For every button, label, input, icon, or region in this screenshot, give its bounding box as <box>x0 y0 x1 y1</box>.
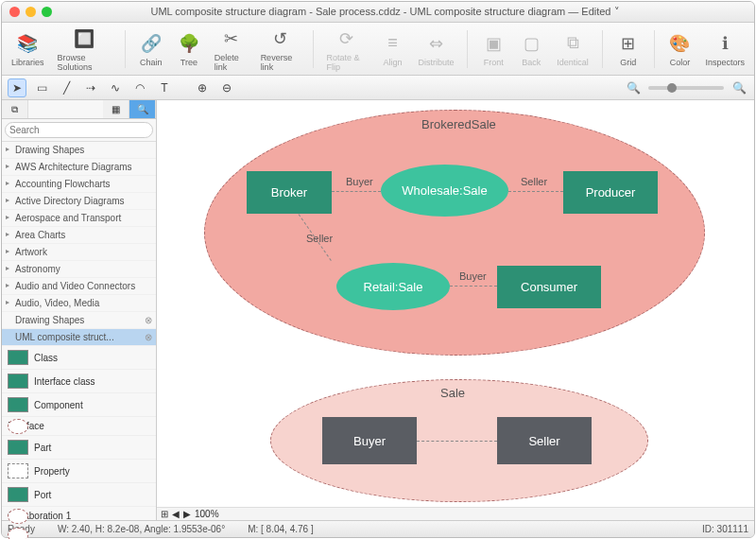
zoom-out-icon[interactable]: ⊖ <box>217 78 236 97</box>
toolbar-align: ≡Align <box>380 31 404 67</box>
node-retail[interactable]: Retail:Sale <box>336 263 450 310</box>
category-item[interactable]: Astronomy <box>2 261 156 278</box>
node-buyer[interactable]: Buyer <box>322 417 417 464</box>
toolbar-libraries[interactable]: 📚Libraries <box>11 31 44 67</box>
category-list: Drawing ShapesAWS Architecture DiagramsA… <box>2 142 156 312</box>
status-dims: W: 2.40, H: 8.2e-08, Angle: 1.9553e-06° <box>58 524 225 534</box>
sidebar: ⧉ ▦ 🔍 Drawing ShapesAWS Architecture Dia… <box>2 100 157 520</box>
zoom-slider[interactable] <box>648 86 724 90</box>
toolbar-delete-link[interactable]: ✂Delete link <box>215 26 248 72</box>
pointer-tool[interactable]: ➤ <box>8 78 26 97</box>
node-broker[interactable]: Broker <box>247 171 332 214</box>
tab-layers[interactable]: ⧉ <box>2 100 28 118</box>
tools-bar: ➤ ▭ ╱ ⇢ ∿ ◠ T ⊕ ⊖ 🔍 🔍 <box>2 76 754 100</box>
collaboration-brokeredsale[interactable] <box>204 110 705 356</box>
toolbar-inspectors[interactable]: ℹInspectors <box>705 31 745 67</box>
toolbar-identical: ⧉Identical <box>557 31 589 67</box>
node-consumer[interactable]: Consumer <box>497 266 601 308</box>
toolbar-tree[interactable]: 🌳Tree <box>177 31 201 67</box>
search-input[interactable] <box>5 122 153 138</box>
node-producer[interactable]: Producer <box>563 171 658 214</box>
zoom-value: 100% <box>195 509 219 519</box>
category-item[interactable]: Aerospace and Transport <box>2 210 156 227</box>
conn-buyer1: Buyer <box>346 176 373 187</box>
window-title: UML composite structure diagram - Sale p… <box>24 6 747 18</box>
category-item[interactable]: Artwork <box>2 244 156 261</box>
category-item[interactable]: Accounting Flowcharts <box>2 176 156 193</box>
canvas-area: BrokeredSale Broker Wholesale:Sale Produ… <box>157 100 754 520</box>
connector-tool[interactable]: ⇢ <box>81 78 100 97</box>
shape-item[interactable]: Part <box>2 436 156 460</box>
node-wholesale[interactable]: Wholesale:Sale <box>381 165 508 217</box>
main-toolbar: 📚Libraries🔲Browse Solutions🔗Chain🌳Tree✂D… <box>2 23 754 76</box>
category-item[interactable]: Active Directory Diagrams <box>2 193 156 210</box>
rect-tool[interactable]: ▭ <box>32 78 51 97</box>
curve-tool[interactable]: ∿ <box>106 78 125 97</box>
toolbar-chain[interactable]: 🔗Chain <box>139 31 163 67</box>
close-icon[interactable]: ⊗ <box>145 332 152 342</box>
canvas[interactable]: BrokeredSale Broker Wholesale:Sale Produ… <box>157 100 754 507</box>
status-id: ID: 301111 <box>702 524 748 534</box>
toolbar-front: ▣Front <box>481 31 506 67</box>
page-prev-icon[interactable]: ◀ <box>172 509 180 519</box>
node-seller[interactable]: Seller <box>497 417 592 464</box>
category-item[interactable]: AWS Architecture Diagrams <box>2 159 156 176</box>
toolbar-back: ▢Back <box>519 31 543 67</box>
category-item[interactable]: Area Charts <box>2 227 156 244</box>
category-item[interactable]: Drawing Shapes <box>2 142 156 159</box>
toolbar-rotate-flip: ⟳Rotate & Flip <box>326 26 367 72</box>
toolbar-grid[interactable]: ⊞Grid <box>616 31 641 67</box>
toolbar-browse-solutions[interactable]: 🔲Browse Solutions <box>58 26 112 72</box>
text-tool[interactable]: T <box>155 78 174 97</box>
open-group[interactable]: UML composite struct...⊗ <box>2 329 156 346</box>
conn-seller2: Seller <box>306 233 333 244</box>
shape-list: ClassInterface classComponentInterfacePa… <box>2 346 156 520</box>
category-item[interactable]: Audio, Video, Media <box>2 295 156 312</box>
shape-item[interactable]: Property <box>2 460 156 483</box>
shape-item[interactable]: Interface class <box>2 370 156 393</box>
close-window-button[interactable] <box>9 7 20 17</box>
shape-item[interactable]: Class <box>2 346 156 370</box>
line-tool[interactable]: ╱ <box>57 78 76 97</box>
shape-item[interactable]: Port <box>2 483 156 507</box>
status-mouse: M: [ 8.04, 4.76 ] <box>248 524 313 534</box>
label-brokeredsale: BrokeredSale <box>421 117 496 131</box>
shape-item[interactable]: Component <box>2 393 156 417</box>
category-item[interactable]: Audio and Video Connectors <box>2 278 156 295</box>
statusbar: Ready W: 2.40, H: 8.2e-08, Angle: 1.9553… <box>2 520 754 537</box>
zoom-bar: ⊞ ◀ ▶ 100% <box>157 507 754 520</box>
conn-seller1: Seller <box>521 176 547 187</box>
arc-tool[interactable]: ◠ <box>130 78 149 97</box>
conn-buyer2: Buyer <box>459 270 487 282</box>
toolbar-reverse-link[interactable]: ↺Reverse link <box>261 26 300 72</box>
zoom-plus-icon[interactable]: 🔍 <box>730 78 748 97</box>
close-icon[interactable]: ⊗ <box>145 315 152 325</box>
open-group[interactable]: Drawing Shapes⊗ <box>2 312 156 329</box>
shape-item[interactable]: Interface <box>2 417 156 436</box>
titlebar: UML composite structure diagram - Sale p… <box>2 2 754 23</box>
ruler-toggle[interactable]: ⊞ <box>161 509 168 519</box>
zoom-minus-icon[interactable]: 🔍 <box>624 78 643 97</box>
tab-search[interactable]: 🔍 <box>129 100 156 118</box>
zoom-in-icon[interactable]: ⊕ <box>193 78 212 97</box>
app-window: UML composite structure diagram - Sale p… <box>1 1 755 538</box>
tab-grid[interactable]: ▦ <box>103 100 129 118</box>
toolbar-distribute: ⇔Distribute <box>418 31 454 67</box>
label-sale: Sale <box>440 386 465 400</box>
page-next-icon[interactable]: ▶ <box>183 509 191 519</box>
toolbar-color[interactable]: 🎨Color <box>667 31 692 67</box>
shape-item[interactable]: Collaboration 1 <box>2 507 156 520</box>
